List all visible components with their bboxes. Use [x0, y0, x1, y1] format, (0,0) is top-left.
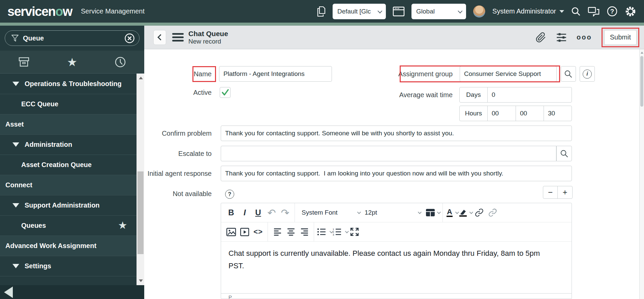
assignment-group-input[interactable] [460, 66, 557, 82]
favorite-star-icon[interactable]: ★ [119, 221, 127, 230]
scrollbar-thumb[interactable] [137, 171, 144, 254]
grow-editor-button[interactable]: + [558, 186, 572, 198]
checkmark-icon [221, 89, 229, 96]
navigator-filter [0, 26, 144, 51]
remove-link-button[interactable] [486, 206, 499, 219]
font-family-select[interactable]: System Font [298, 209, 360, 216]
application-scope-select[interactable]: Global [411, 4, 466, 19]
escalate-to-input[interactable] [221, 146, 556, 161]
content-scrollbar[interactable] [639, 49, 644, 299]
align-center-button[interactable] [284, 225, 298, 239]
align-center-icon [286, 227, 296, 237]
numbered-list-button[interactable]: 123 [332, 225, 348, 239]
underline-button[interactable]: U [251, 206, 265, 219]
image-icon [226, 227, 236, 237]
name-input[interactable] [219, 66, 332, 82]
chevron-down-icon [455, 210, 459, 214]
link-icon [474, 208, 484, 217]
assignment-group-lookup-button[interactable] [561, 66, 576, 82]
form-context-menu-icon[interactable] [172, 33, 184, 42]
main-content: Chat Queue New record ooo Submit Name [144, 26, 644, 299]
section-collapse-icon [12, 203, 19, 208]
sidebar-scrollbar[interactable] [136, 74, 144, 285]
active-checkbox[interactable] [220, 87, 231, 98]
editor-content-area[interactable]: Chat support is currently unavailable. P… [221, 242, 572, 293]
sidebar-item-asset[interactable]: Asset [0, 114, 144, 134]
confirm-problem-input[interactable] [221, 126, 572, 141]
personalize-form-icon[interactable] [556, 32, 567, 43]
scrollbar-thumb[interactable] [640, 56, 643, 107]
sidebar-item-connect[interactable]: Connect [0, 175, 144, 195]
accent-strip [0, 23, 644, 26]
days-input[interactable]: 0 [488, 87, 572, 102]
update-set-select[interactable]: Default [Glc [333, 4, 386, 19]
global-search-icon[interactable] [571, 6, 581, 17]
scroll-up-icon[interactable] [139, 77, 143, 79]
sidebar-item-ecc-queue[interactable]: ECC Queue [0, 94, 144, 114]
sidebar-item-settings[interactable]: Settings [0, 256, 144, 276]
escalate-to-lookup-button[interactable] [556, 146, 572, 161]
undo-button[interactable]: ↶ [265, 206, 278, 219]
tab-favorites[interactable]: ★ [48, 51, 96, 73]
connect-chat-icon[interactable] [588, 6, 600, 17]
collapse-sidebar-icon[interactable] [4, 287, 13, 298]
minutes-input[interactable]: 00 [516, 106, 544, 121]
sidebar-item-administration[interactable]: Administration [0, 134, 144, 155]
tab-all-applications[interactable] [0, 51, 48, 73]
scroll-up-icon[interactable] [641, 52, 643, 54]
paperclip-icon[interactable] [535, 32, 546, 43]
average-wait-time-label: Average wait time [385, 87, 453, 103]
scroll-down-icon[interactable] [139, 279, 143, 282]
insert-video-button[interactable] [238, 225, 251, 239]
submit-button[interactable]: Submit [604, 30, 637, 45]
align-left-button[interactable] [271, 225, 284, 239]
question-icon: ? [225, 190, 234, 199]
tab-history[interactable] [96, 51, 144, 73]
editor-text: Chat support is currently unavailable. P… [228, 247, 547, 272]
insert-image-button[interactable] [224, 225, 238, 239]
application-picker-icon[interactable] [393, 6, 405, 17]
caret-down-icon [559, 10, 564, 13]
align-right-button[interactable] [298, 225, 311, 239]
insert-link-button[interactable] [472, 206, 486, 219]
seconds-input[interactable]: 30 [544, 106, 572, 121]
back-button[interactable] [153, 30, 166, 45]
update-set-picker-icon[interactable] [316, 5, 326, 18]
help-icon[interactable]: ? [607, 6, 618, 17]
chevron-left-icon [157, 34, 163, 40]
info-icon: i [583, 70, 592, 79]
form-body: Name Active Assignment group i Average w… [144, 49, 639, 299]
bullet-list-button[interactable] [317, 225, 332, 239]
hours-input[interactable]: 00 [488, 106, 516, 121]
avatar[interactable] [473, 5, 486, 18]
initial-agent-response-input[interactable] [221, 166, 572, 181]
numbered-list-icon: 123 [332, 227, 342, 236]
chevron-down-icon [418, 210, 422, 214]
star-icon: ★ [67, 56, 77, 68]
source-code-button[interactable]: <> [251, 225, 265, 239]
not-available-help-button[interactable]: ? [225, 190, 234, 199]
sidebar-item-queues[interactable]: Queues ★ [0, 215, 144, 236]
gear-icon[interactable] [624, 5, 637, 18]
shrink-editor-button[interactable]: − [543, 186, 558, 198]
user-menu[interactable]: System Administrator [492, 7, 564, 15]
italic-button[interactable]: I [238, 206, 251, 219]
sidebar-item-asset-creation-queue[interactable]: Asset Creation Queue [0, 155, 144, 175]
bold-button[interactable]: B [224, 206, 238, 219]
table-button[interactable] [425, 206, 440, 219]
sidebar-item-advanced-work-assignment[interactable]: Advanced Work Assignment [0, 236, 144, 256]
font-size-select[interactable]: 12pt [360, 209, 421, 216]
redo-button[interactable]: ↷ [278, 206, 292, 219]
fullscreen-button[interactable] [348, 225, 361, 239]
text-color-button[interactable]: A [446, 206, 459, 219]
highlight-color-button[interactable] [459, 206, 472, 219]
servicenow-logo[interactable]: servicenow [7, 5, 72, 18]
sidebar-item-support-administration[interactable]: Support Administration [0, 195, 144, 215]
wait-time-days-group: Days 0 [459, 87, 572, 103]
clear-filter-icon[interactable] [124, 33, 135, 44]
assignment-group-preview-button[interactable]: i [580, 66, 595, 82]
filter-input[interactable] [23, 34, 124, 42]
filter-pill[interactable] [5, 30, 140, 46]
more-options-button[interactable]: ooo [577, 33, 592, 41]
sidebar-item-operations-troubleshooting[interactable]: Operations & Troubleshooting [0, 74, 144, 94]
